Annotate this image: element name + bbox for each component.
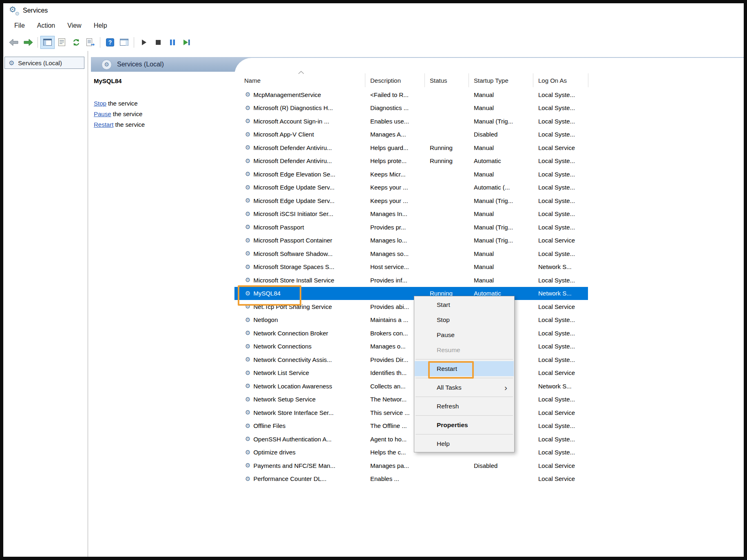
- table-row[interactable]: ⚙Microsoft Defender Antiviru...Helps gua…: [234, 141, 588, 154]
- service-description: Manages In...: [365, 210, 424, 217]
- console-tree-panel: ⚙ Services (Local): [3, 51, 88, 557]
- service-name: McpManagementService: [253, 91, 321, 98]
- service-name: Microsoft Edge Update Serv...: [253, 184, 334, 191]
- service-name: MySQL84: [253, 290, 281, 297]
- context-menu-item-stop[interactable]: Stop: [415, 312, 514, 327]
- context-menu-item-resume: Resume: [415, 342, 514, 357]
- context-menu-item-help[interactable]: Help: [415, 436, 514, 451]
- table-row[interactable]: ⚙Microsoft Edge Update Serv...Keeps your…: [234, 194, 588, 207]
- cell-name: ⚙Performance Counter DL...: [234, 475, 365, 483]
- table-row[interactable]: ⚙Microsoft Edge Update Serv...Keeps your…: [234, 181, 588, 194]
- context-menu-item-restart[interactable]: Restart: [415, 361, 514, 376]
- service-logon-as: Local Syste...: [533, 91, 588, 98]
- context-menu-item-all-tasks[interactable]: All Tasks›: [415, 380, 514, 395]
- restart-service-icon[interactable]: [179, 36, 194, 49]
- menu-file[interactable]: File: [8, 20, 31, 32]
- menu-item-label: Refresh: [437, 403, 459, 410]
- table-row[interactable]: ⚙MySQL84RunningAutomaticNetwork S...: [234, 287, 588, 300]
- table-row[interactable]: ⚙Microsoft App-V ClientManages A...Disab…: [234, 128, 588, 141]
- column-divider[interactable]: [533, 73, 533, 87]
- cell-name: ⚙Microsoft Software Shadow...: [234, 250, 365, 257]
- service-name: Microsoft Defender Antiviru...: [253, 157, 332, 164]
- context-menu-item-pause[interactable]: Pause: [415, 327, 514, 342]
- context-menu-item-refresh[interactable]: Refresh: [415, 399, 514, 414]
- cell-name: ⚙Microsoft Edge Elevation Se...: [234, 170, 365, 178]
- table-row[interactable]: ⚙Payments and NFC/SE Man...Manages pa...…: [234, 459, 588, 472]
- column-divider[interactable]: [588, 73, 588, 87]
- table-row[interactable]: ⚙McpManagementService<Failed to R...Manu…: [234, 88, 588, 101]
- table-row[interactable]: ⚙OpenSSH Authentication A...Agent to ho.…: [234, 432, 588, 446]
- cell-name: ⚙Network Store Interface Ser...: [234, 409, 365, 416]
- column-header-status[interactable]: Status: [424, 77, 469, 88]
- service-gear-icon: ⚙: [245, 435, 250, 443]
- column-divider[interactable]: [365, 73, 365, 87]
- table-row[interactable]: ⚙Microsoft Defender Antiviru...Helps pro…: [234, 154, 588, 168]
- service-logon-as: Local Service: [533, 409, 588, 416]
- table-row[interactable]: ⚙Microsoft Storage Spaces S...Host servi…: [234, 260, 588, 274]
- service-gear-icon: ⚙: [245, 237, 250, 244]
- table-row[interactable]: ⚙Net.Tcp Port Sharing ServiceProvides ab…: [234, 300, 588, 313]
- service-name: Microsoft Edge Elevation Se...: [253, 171, 335, 178]
- table-row[interactable]: ⚙Network ConnectionsManages o...Local Sy…: [234, 340, 588, 353]
- context-menu-item-properties[interactable]: Properties: [415, 417, 514, 432]
- service-startup-type: Manual (Trig...: [469, 224, 533, 231]
- table-row[interactable]: ⚙Network Connection BrokerBrokers con...…: [234, 326, 588, 340]
- pause-service-link[interactable]: Pause: [94, 110, 111, 117]
- refresh-icon[interactable]: [69, 36, 83, 49]
- stop-service-link[interactable]: Stop: [94, 100, 106, 107]
- service-logon-as: Local Syste...: [533, 396, 588, 403]
- restart-line-suffix: the service: [113, 121, 145, 128]
- table-row[interactable]: ⚙NetlogonMaintains a ...Local Syste...: [234, 313, 588, 327]
- column-divider[interactable]: [469, 73, 469, 87]
- table-row[interactable]: ⚙Network Setup ServiceThe Networ...Manua…: [234, 393, 588, 406]
- table-row[interactable]: ⚙Network Connectivity Assis...Provides D…: [234, 353, 588, 366]
- menu-view[interactable]: View: [61, 20, 87, 32]
- table-row[interactable]: ⚙Microsoft Store Install ServiceProvides…: [234, 273, 588, 287]
- table-row[interactable]: ⚙Microsoft iSCSI Initiator Ser...Manages…: [234, 207, 588, 221]
- stop-service-icon[interactable]: [151, 36, 165, 49]
- service-gear-icon: ⚙: [245, 329, 250, 337]
- pause-service-icon[interactable]: [165, 36, 179, 49]
- menu-help[interactable]: Help: [88, 20, 113, 32]
- help-icon[interactable]: ?: [103, 36, 117, 49]
- service-startup-type: Manual: [469, 263, 533, 270]
- service-startup-type: Manual: [469, 277, 533, 284]
- properties-icon[interactable]: [55, 36, 69, 49]
- menu-action[interactable]: Action: [31, 20, 61, 32]
- table-row[interactable]: ⚙Network List ServiceIdentifies th...Loc…: [234, 366, 588, 380]
- menu-separator: [415, 415, 513, 416]
- show-action-pane-icon[interactable]: [117, 36, 131, 49]
- menu-item-label: Properties: [437, 421, 468, 429]
- show-console-tree-icon[interactable]: [40, 36, 55, 49]
- table-row[interactable]: ⚙Microsoft Software Shadow...Manages so.…: [234, 247, 588, 260]
- service-startup-type: Manual: [469, 250, 533, 257]
- table-row[interactable]: ⚙Optimize drivesHelps the c...Local Syst…: [234, 446, 588, 459]
- service-description: Provides inf...: [365, 277, 424, 284]
- cell-name: ⚙Microsoft Storage Spaces S...: [234, 263, 365, 271]
- restart-service-link[interactable]: Restart: [94, 121, 113, 128]
- back-icon[interactable]: [7, 36, 21, 49]
- column-divider[interactable]: [424, 73, 425, 87]
- column-header-name[interactable]: Name: [234, 77, 365, 88]
- table-row[interactable]: ⚙Microsoft Passport ContainerManages lo.…: [234, 234, 588, 247]
- start-service-icon[interactable]: [137, 36, 151, 49]
- export-list-icon[interactable]: [83, 36, 97, 49]
- submenu-arrow-icon: ›: [504, 383, 507, 392]
- tree-node-services-local[interactable]: ⚙ Services (Local): [4, 57, 84, 69]
- list-column-header: Name Description Status Startup Type Log…: [234, 58, 744, 88]
- table-row[interactable]: ⚙Microsoft PassportProvides pr...Manual …: [234, 220, 588, 234]
- forward-icon[interactable]: [21, 36, 35, 49]
- table-row[interactable]: ⚙Microsoft (R) Diagnostics H...Diagnosti…: [234, 101, 588, 115]
- table-row[interactable]: ⚙Offline FilesThe Offline ...Local Syste…: [234, 419, 588, 433]
- context-menu-item-start[interactable]: Start: [415, 297, 514, 312]
- column-header-logon-as[interactable]: Log On As: [533, 77, 588, 88]
- table-row[interactable]: ⚙Performance Counter DL...Enables ...Loc…: [234, 472, 588, 486]
- table-row[interactable]: ⚙Network Location AwarenessCollects an..…: [234, 379, 588, 393]
- column-header-startup-type[interactable]: Startup Type: [469, 77, 533, 88]
- service-gear-icon: ⚙: [245, 303, 250, 310]
- column-header-description[interactable]: Description: [365, 77, 424, 88]
- table-row[interactable]: ⚙Microsoft Edge Elevation Se...Keeps Mic…: [234, 168, 588, 181]
- table-row[interactable]: ⚙Network Store Interface Ser...This serv…: [234, 406, 588, 419]
- table-row[interactable]: ⚙Microsoft Account Sign-in ...Enables us…: [234, 115, 588, 128]
- service-gear-icon: ⚙: [245, 475, 250, 483]
